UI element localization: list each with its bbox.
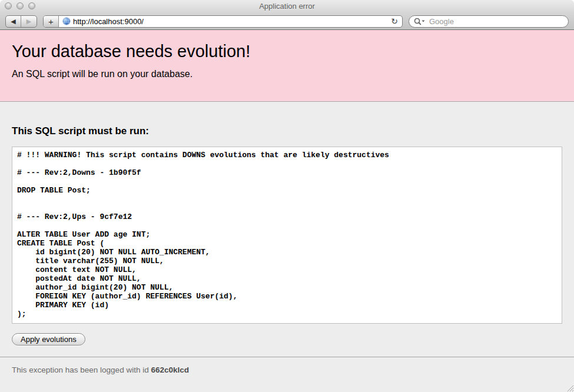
main-content: This SQL script must be run: # !!! WARNI… [0,125,574,346]
browser-toolbar: ◀ ▶ + ↻ [0,13,574,30]
globe-icon [62,17,71,25]
window-title: Application error [0,0,574,13]
search-input[interactable] [428,16,563,26]
script-heading: This SQL script must be run: [12,125,562,137]
footer-message: This exception has been logged with id [12,366,151,374]
footer: This exception has been logged with id 6… [0,357,574,383]
url-input[interactable] [73,16,387,27]
close-button[interactable] [5,2,12,9]
address-bar: + ↻ [43,15,403,28]
reload-button[interactable]: ↻ [387,16,402,27]
apply-evolutions-button[interactable]: Apply evolutions [12,333,85,346]
back-button[interactable]: ◀ [6,16,21,27]
search-field[interactable] [409,15,569,28]
page-title: Your database needs evolution! [12,42,562,61]
resize-grip[interactable] [565,383,573,391]
banner-subtitle: An SQL script will be run on your databa… [12,69,562,79]
sql-script: # !!! WARNING! This script contains DOWN… [12,147,562,324]
zoom-button[interactable] [28,2,35,9]
browser-window: Application error ◀ ▶ + ↻ [0,0,574,392]
exception-id: 662c0klcd [151,366,189,374]
forward-button[interactable]: ▶ [21,16,37,27]
minimize-button[interactable] [16,2,24,9]
traffic-lights [5,2,35,9]
titlebar[interactable]: Application error [0,0,574,13]
error-banner: Your database needs evolution! An SQL sc… [0,30,574,102]
new-tab-button[interactable]: + [44,16,59,27]
nav-button-group: ◀ ▶ [5,15,37,28]
search-icon [414,18,426,25]
